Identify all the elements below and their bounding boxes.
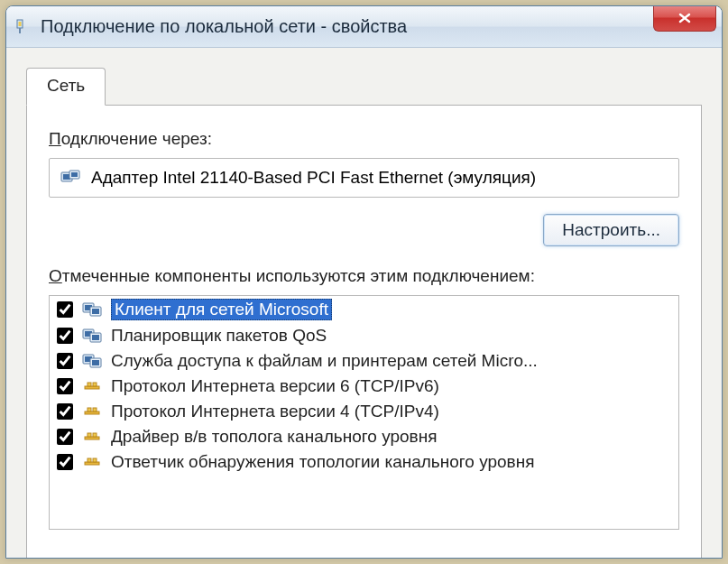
svg-rect-10: [92, 309, 99, 314]
titlebar[interactable]: Подключение по локальной сети - свойства: [6, 6, 722, 48]
svg-rect-23: [88, 408, 91, 411]
list-item[interactable]: Клиент для сетей Microsoft: [50, 296, 678, 323]
component-checkbox[interactable]: [57, 353, 73, 369]
svg-rect-1: [19, 22, 22, 26]
connect-via-label: Подключение через:: [49, 129, 679, 149]
tab-network[interactable]: Сеть: [26, 68, 106, 106]
client-area: Сеть Подключение через: Адаптер Intel 21…: [6, 48, 722, 558]
properties-dialog: Подключение по локальной сети - свойства…: [5, 5, 723, 559]
net-proto-icon: [80, 454, 104, 470]
component-label: Драйвер в/в тополога канального уровня: [111, 427, 437, 447]
list-item[interactable]: Служба доступа к файлам и принтерам сете…: [50, 348, 678, 374]
component-checkbox[interactable]: [57, 403, 73, 420]
components-label: Отмеченные компоненты используются этим …: [49, 266, 679, 286]
tab-row: Сеть: [26, 68, 702, 106]
svg-rect-27: [93, 433, 97, 437]
adapter-box[interactable]: Адаптер Intel 21140-Based PCI Fast Ether…: [49, 158, 679, 198]
component-label: Служба доступа к файлам и принтерам сете…: [111, 351, 538, 371]
list-item[interactable]: Протокол Интернета версии 6 (TCP/IPv6): [50, 374, 678, 399]
component-checkbox[interactable]: [57, 429, 73, 445]
svg-rect-6: [71, 172, 78, 177]
net-proto-icon: [80, 378, 104, 394]
net-share-icon: [80, 352, 104, 370]
tab-body: Подключение через: Адаптер Intel 21140-B…: [26, 105, 702, 559]
list-item[interactable]: Ответчик обнаружения топологии канальног…: [50, 449, 678, 475]
component-label: Планировщик пакетов QoS: [111, 326, 327, 346]
window-title: Подключение по локальной сети - свойства: [41, 16, 407, 37]
svg-rect-19: [85, 386, 99, 389]
net-proto-icon: [80, 429, 104, 445]
svg-rect-29: [88, 458, 91, 462]
close-button[interactable]: [653, 5, 716, 32]
svg-rect-22: [85, 411, 99, 414]
component-checkbox[interactable]: [57, 301, 73, 318]
component-label: Протокол Интернета версии 4 (TCP/IPv4): [111, 402, 439, 421]
component-checkbox[interactable]: [57, 454, 73, 470]
component-checkbox[interactable]: [57, 378, 73, 394]
component-label: Протокол Интернета версии 6 (TCP/IPv6): [111, 376, 439, 396]
components-list[interactable]: Клиент для сетей MicrosoftПланировщик па…: [49, 295, 679, 530]
svg-rect-24: [93, 408, 97, 411]
net-qos-icon: [80, 327, 104, 345]
configure-button[interactable]: Настроить...: [543, 214, 679, 246]
component-label: Ответчик обнаружения топологии канальног…: [111, 452, 534, 472]
svg-rect-18: [92, 360, 99, 365]
adapter-text: Адаптер Intel 21140-Based PCI Fast Ether…: [91, 168, 536, 188]
svg-rect-26: [88, 433, 91, 437]
svg-rect-25: [85, 437, 99, 439]
nic-icon: [14, 18, 32, 36]
svg-rect-21: [93, 383, 97, 386]
net-proto-icon: [80, 403, 104, 420]
component-label: Клиент для сетей Microsoft: [111, 299, 332, 320]
component-checkbox[interactable]: [57, 328, 73, 344]
close-icon: [677, 12, 692, 24]
svg-rect-30: [93, 458, 97, 462]
svg-rect-14: [92, 335, 99, 340]
list-item[interactable]: Планировщик пакетов QoS: [50, 323, 678, 348]
list-item[interactable]: Драйвер в/в тополога канального уровня: [50, 424, 678, 449]
list-item[interactable]: Протокол Интернета версии 4 (TCP/IPv4): [50, 399, 678, 424]
svg-rect-20: [88, 383, 91, 386]
adapter-icon: [60, 169, 80, 187]
net-client-icon: [80, 300, 104, 319]
svg-rect-28: [85, 462, 99, 465]
